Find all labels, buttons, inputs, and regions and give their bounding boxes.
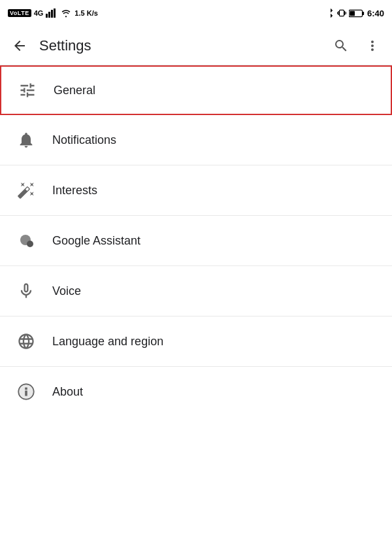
more-options-button[interactable] [358,31,387,60]
notifications-icon-container [13,127,39,153]
notifications-label: Notifications [52,133,116,147]
speed-indicator: 1.5 K/s [74,9,97,17]
language-and-region-label: Language and region [52,335,163,349]
bluetooth-icon [327,8,335,18]
settings-item-interests[interactable]: Interests [0,165,392,216]
status-bar: VoLTE 4G 1.5 K/s 42 6:40 [0,0,392,26]
settings-item-notifications[interactable]: Notifications [0,115,392,165]
settings-item-voice[interactable]: Voice [0,266,392,316]
settings-item-general[interactable]: General [0,65,392,115]
network-indicator: 4G [34,9,44,17]
search-icon [333,38,349,54]
svg-text:42: 42 [350,12,354,16]
back-arrow-icon [12,38,27,54]
svg-rect-0 [46,14,48,18]
interests-icon [17,181,35,199]
general-label: General [54,84,95,97]
google-assistant-icon [16,231,36,250]
volte-indicator: VoLTE [8,9,31,17]
app-bar-actions [327,31,387,60]
google-assistant-label: Google Assistant [52,234,140,248]
status-left: VoLTE 4G 1.5 K/s [8,9,98,18]
about-icon-container [13,379,39,405]
search-button[interactable] [327,31,355,60]
app-bar: Settings [0,26,392,65]
more-vertical-icon [365,38,380,54]
svg-rect-1 [48,12,50,18]
svg-rect-11 [25,391,27,396]
page-title: Settings [39,37,327,54]
language-icon-container [13,328,39,354]
svg-rect-12 [25,388,27,389]
settings-item-about[interactable]: About [0,367,392,417]
signal-icon [46,9,57,18]
voice-label: Voice [52,284,81,298]
battery-icon: 42 [349,9,365,18]
status-right: 42 6:40 [327,8,384,18]
about-label: About [52,385,83,399]
notifications-icon [17,131,35,149]
info-icon [17,383,35,401]
interests-label: Interests [52,184,97,197]
time-display: 6:40 [367,9,384,18]
vibrate-icon [337,9,346,18]
general-icon-container [14,77,41,103]
settings-item-google-assistant[interactable]: Google Assistant [0,216,392,266]
svg-rect-5 [363,11,365,14]
svg-rect-3 [54,9,56,18]
interests-icon-container [13,177,39,203]
general-icon [18,81,37,99]
back-button[interactable] [5,31,34,60]
wifi-icon [60,9,72,18]
settings-list: General Notifications Interests Goog [0,65,392,417]
settings-item-language-and-region[interactable]: Language and region [0,316,392,367]
voice-icon-container [13,278,39,304]
svg-rect-2 [51,10,53,18]
language-icon [17,332,35,350]
microphone-icon [17,282,35,300]
google-assistant-icon-container [13,228,39,254]
svg-point-9 [27,241,33,247]
